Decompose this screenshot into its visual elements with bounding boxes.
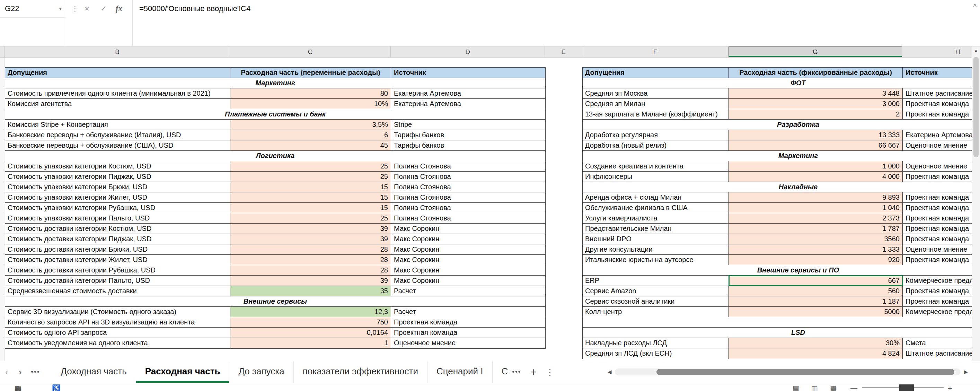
header-cell-assumptions[interactable]: Допущения <box>583 68 729 78</box>
cell-assumption[interactable]: Итальянские юристы на аутсорсе <box>583 255 729 265</box>
cell-assumption[interactable]: Внешний DPO <box>583 234 729 244</box>
cell-assumption[interactable]: Средняя зп ЛСД (вкл ЕСН) <box>583 348 729 359</box>
cancel-icon[interactable]: × <box>84 0 89 18</box>
cell-assumption[interactable]: Стоимость доставки категории Рубашка, US… <box>5 265 231 275</box>
view-normal-icon[interactable]: ▤ <box>792 384 799 391</box>
select-all-corner[interactable] <box>0 46 5 57</box>
insert-function-icon[interactable]: fx <box>116 0 122 18</box>
cell-value[interactable]: 560 <box>729 286 903 296</box>
cell-source[interactable]: Полина Стоянова <box>391 203 545 213</box>
cell-source[interactable]: Коммерческое предложение <box>903 276 980 286</box>
section-header-cell[interactable]: Маркетинг <box>583 151 980 161</box>
sheet-tab-3[interactable]: показатели эффективности <box>293 361 427 383</box>
cell-source[interactable]: Проектная команда <box>903 109 980 119</box>
cell-value[interactable]: 15 <box>231 192 391 203</box>
zoom-slider-thumb[interactable] <box>899 385 914 391</box>
cell-value[interactable]: 28 <box>231 255 391 265</box>
cell-value[interactable]: 39 <box>231 276 391 286</box>
cell-value[interactable]: 28 <box>231 265 391 275</box>
cell-value[interactable]: 12,3 <box>231 307 391 317</box>
cell-source[interactable]: Проектная команда <box>903 213 980 223</box>
cell-assumption[interactable]: Стоимость доставки категории Пальто, USD <box>5 276 231 286</box>
cell-source[interactable]: Штатное расписание <box>903 348 980 359</box>
view-page-layout-icon[interactable]: ▥ <box>811 384 818 391</box>
cell-source[interactable]: Оценочное мнение <box>903 244 980 254</box>
cell-source[interactable]: Макс Сорокин <box>391 234 545 244</box>
cell-value[interactable]: 25 <box>231 161 391 171</box>
name-box[interactable]: G22 ▾ <box>0 0 66 18</box>
cell-value[interactable]: 750 <box>231 317 391 327</box>
cell-value[interactable]: 15 <box>231 182 391 192</box>
cell-source[interactable]: Проектная команда <box>903 99 980 109</box>
scroll-right-icon[interactable]: ▶ <box>961 369 971 375</box>
cell-assumption[interactable]: Доработка регулярная <box>583 130 729 140</box>
add-sheet-icon[interactable]: + <box>525 361 541 383</box>
cell-assumption[interactable]: Средняя зп Милан <box>583 99 729 109</box>
cell-source[interactable]: Расчет <box>391 286 545 296</box>
cell-assumption[interactable]: Стоимость доставки категории Костюм, USD <box>5 223 231 234</box>
cell-value[interactable]: 1 040 <box>729 203 903 213</box>
cell-source[interactable]: Оценочное мнение <box>391 338 545 348</box>
section-header-cell[interactable]: Внешние сервисы и ПО <box>583 265 980 275</box>
cell-value[interactable]: 0,0164 <box>231 327 391 338</box>
cell-source[interactable]: Полина Стоянова <box>391 213 545 223</box>
cell-assumption[interactable]: Средневзвешенная стоимость доставки <box>5 286 231 296</box>
tab-scroll-left-icon[interactable]: ‹ <box>0 361 14 383</box>
cell-source[interactable]: Штатное расписание <box>903 88 980 99</box>
cell-source[interactable]: Макс Сорокин <box>391 223 545 234</box>
macro-record-icon[interactable]: ▦ <box>14 384 22 391</box>
cell-assumption[interactable]: Количество запросов API на 3D визуализац… <box>5 317 231 327</box>
cell-source[interactable]: Полина Стоянова <box>391 192 545 203</box>
column-header-E[interactable]: E <box>545 46 582 57</box>
cell-source[interactable]: Макс Сорокин <box>391 276 545 286</box>
cell-assumption[interactable]: Средняя зп Москва <box>583 88 729 99</box>
cell-assumption[interactable]: Другие консультации <box>583 244 729 254</box>
sheet-tab-4[interactable]: Сценарий I <box>427 361 492 383</box>
cell-assumption[interactable]: Сервис сквозной аналитики <box>583 296 729 306</box>
sheet-tab-0[interactable]: Доходная часть <box>52 361 135 383</box>
cell-source[interactable]: Полина Стоянова <box>391 182 545 192</box>
section-header-cell[interactable]: Маркетинг <box>5 78 545 88</box>
cell-source[interactable]: Макс Сорокин <box>391 255 545 265</box>
cell-value[interactable]: 1 000 <box>729 161 903 171</box>
cell-assumption[interactable]: Стоимость упаковки категории Пальто, USD <box>5 213 231 223</box>
cell-assumption[interactable]: Стоимость уведомления на одного клиента <box>5 338 231 348</box>
view-page-break-icon[interactable]: ▦ <box>830 384 837 391</box>
cell-value[interactable]: 15 <box>231 203 391 213</box>
cell-source[interactable]: Екатерина Артемова <box>903 130 980 140</box>
column-header-D[interactable]: D <box>391 46 545 57</box>
sheet-tab-2[interactable]: До запуска <box>229 361 293 383</box>
cell-assumption[interactable]: Комиссия Stripe + Конвертация <box>5 120 231 130</box>
accessibility-icon[interactable]: ♿ <box>52 384 60 391</box>
cell-value[interactable]: 3560 <box>729 234 903 244</box>
cell-source[interactable]: Проектная команда <box>903 234 980 244</box>
cell-assumption[interactable]: Колл-центр <box>583 307 729 317</box>
cell-source[interactable]: Проектная команда <box>903 286 980 296</box>
cell-assumption[interactable]: Услуги камерчиалиста <box>583 213 729 223</box>
cell-source[interactable]: Проектная команда <box>903 296 980 306</box>
cell-value[interactable]: 35 <box>231 286 391 296</box>
collapse-formula-bar-icon[interactable]: ^ <box>974 1 977 13</box>
cell-value[interactable]: 1 187 <box>729 296 903 306</box>
cell-assumption[interactable]: Сервис Amazon <box>583 286 729 296</box>
cell-assumption[interactable]: Доработка (новый релиз) <box>583 140 729 150</box>
cell-assumption[interactable]: Стоимость упаковки категории Рубашка, US… <box>5 203 231 213</box>
column-header-H[interactable]: H <box>902 46 980 57</box>
cell-assumption[interactable]: Представительские Милан <box>583 223 729 234</box>
sheet-tab-5[interactable]: С <box>492 361 508 383</box>
cell-assumption[interactable]: Инфлюэнсеры <box>583 172 729 182</box>
zoom-in-icon[interactable]: + <box>948 384 952 391</box>
cell-value[interactable]: 4 824 <box>729 348 903 359</box>
cell-source[interactable]: Оценочное мнение <box>903 140 980 150</box>
section-header-cell[interactable]: Внешние сервисы <box>5 296 545 306</box>
cell-value[interactable]: 80 <box>231 88 391 99</box>
cell-assumption[interactable]: Аренда офиса + склад Милан <box>583 192 729 203</box>
cell-value[interactable]: 3 448 <box>729 88 903 99</box>
cell-source[interactable]: Проектная команда <box>903 192 980 203</box>
cell-value[interactable]: 30% <box>729 338 903 348</box>
tab-scroll-right-icon[interactable]: › <box>14 361 27 383</box>
formula-input[interactable]: =50000/'Основные вводные'!C4 <box>139 0 250 18</box>
cell-assumption[interactable]: Стоимость упаковки категории Жилет, USD <box>5 192 231 203</box>
horizontal-scrollbar-track[interactable] <box>615 369 961 375</box>
cell-value[interactable]: 10% <box>231 99 391 109</box>
